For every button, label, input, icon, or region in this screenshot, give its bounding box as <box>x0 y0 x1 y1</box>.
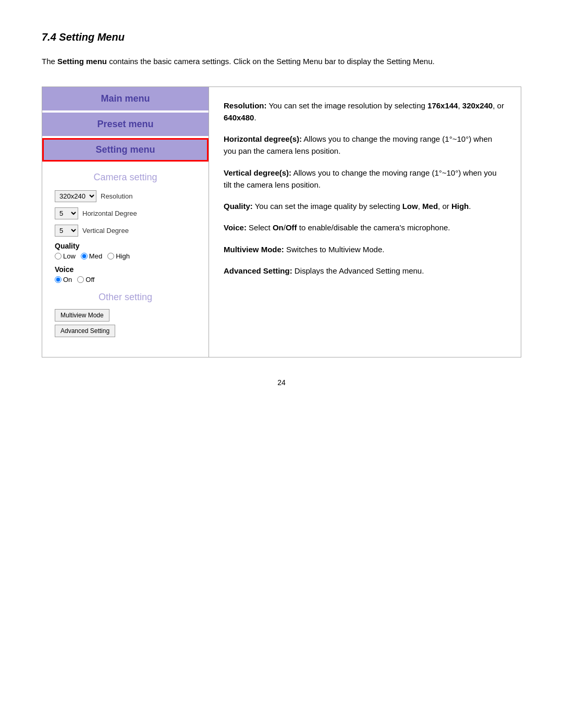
q-med: Med <box>422 202 438 211</box>
h-degree-label: Horizontal Degree <box>82 209 137 217</box>
content-box: Main menu Preset menu Setting menu Camer… <box>42 87 521 357</box>
quality-high-text: High <box>116 252 130 260</box>
advanced-desc: Advanced Setting: Displays the Advanced … <box>224 265 506 277</box>
quality-term: Quality: <box>224 202 253 211</box>
v-degree-term: Vertical degree(s): <box>224 168 291 177</box>
right-panel: Resolution: You can set the image resolu… <box>209 87 521 357</box>
quality-low-text: Low <box>63 252 76 260</box>
v-degree-desc: Vertical degree(s): Allows you to change… <box>224 167 506 191</box>
resolution-label: Resolution <box>101 192 132 200</box>
quality-med-radio[interactable] <box>81 253 88 260</box>
h-degree-desc: Horizontal degree(s): Allows you to chan… <box>224 133 506 157</box>
voice-section: Voice On Off <box>55 265 196 283</box>
voice-desc: Voice: Select On/Off to enable/disable t… <box>224 221 506 233</box>
quality-high-radio[interactable] <box>107 253 114 260</box>
voice-on-label[interactable]: On <box>55 276 72 283</box>
quality-high-label[interactable]: High <box>107 252 130 260</box>
other-buttons: Multiview Mode Advanced Setting <box>42 309 209 337</box>
resolution-select[interactable]: 320x240 176x144 640x480 <box>55 190 96 202</box>
multiview-desc: Multiview Mode: Switches to Multiview Mo… <box>224 243 506 255</box>
v-degree-label: Vertical Degree <box>82 227 129 235</box>
voice-on-text: On <box>63 276 72 283</box>
main-menu-button[interactable]: Main menu <box>42 87 209 110</box>
resolution-row: 320x240 176x144 640x480 Resolution <box>55 190 196 202</box>
q-low: Low <box>402 202 418 211</box>
camera-settings: 320x240 176x144 640x480 Resolution 5 123… <box>42 190 209 283</box>
quality-radio-row: Low Med High <box>55 252 196 260</box>
page-number: 24 <box>42 378 521 387</box>
res-640: 640x480 <box>224 113 254 122</box>
quality-low-radio[interactable] <box>55 253 62 260</box>
intro-text: The Setting menu contains the basic came… <box>42 56 521 68</box>
h-degree-row: 5 1234 678910 Horizontal Degree <box>55 207 196 219</box>
voice-off-label[interactable]: Off <box>77 276 94 283</box>
quality-med-label[interactable]: Med <box>81 252 102 260</box>
v-off: Off <box>286 223 297 232</box>
v-degree-row: 5 1234 678910 Vertical Degree <box>55 225 196 237</box>
section-heading: 7.4 Setting Menu <box>42 31 521 43</box>
q-high: High <box>451 202 469 211</box>
quality-label: Quality <box>55 242 196 250</box>
advanced-setting-button[interactable]: Advanced Setting <box>55 325 115 337</box>
h-degree-term: Horizontal degree(s): <box>224 134 302 143</box>
voice-off-text: Off <box>85 276 94 283</box>
quality-med-text: Med <box>89 252 102 260</box>
multiview-mode-button[interactable]: Multiview Mode <box>55 309 109 322</box>
voice-radio-row: On Off <box>55 276 196 283</box>
camera-setting-title: Camera setting <box>42 172 209 183</box>
multiview-term: Multiview Mode: <box>224 245 284 254</box>
left-panel: Main menu Preset menu Setting menu Camer… <box>42 87 209 357</box>
preset-menu-button[interactable]: Preset menu <box>42 113 209 136</box>
v-on: On <box>273 223 284 232</box>
other-setting-title: Other setting <box>42 292 209 303</box>
advanced-term: Advanced Setting: <box>224 266 292 275</box>
quality-desc: Quality: You can set the image quality b… <box>224 200 506 212</box>
v-degree-select[interactable]: 5 1234 678910 <box>55 225 78 237</box>
res-176: 176x144 <box>427 101 458 110</box>
voice-on-radio[interactable] <box>55 276 62 283</box>
resolution-term: Resolution: <box>224 101 267 110</box>
quality-section: Quality Low Med High <box>55 242 196 260</box>
setting-menu-button[interactable]: Setting menu <box>42 138 209 162</box>
res-320: 320x240 <box>462 101 493 110</box>
resolution-desc: Resolution: You can set the image resolu… <box>224 100 506 124</box>
voice-off-radio[interactable] <box>77 276 84 283</box>
h-degree-select[interactable]: 5 1234 678910 <box>55 207 78 219</box>
quality-low-label[interactable]: Low <box>55 252 76 260</box>
voice-term: Voice: <box>224 223 247 232</box>
voice-label: Voice <box>55 265 196 274</box>
